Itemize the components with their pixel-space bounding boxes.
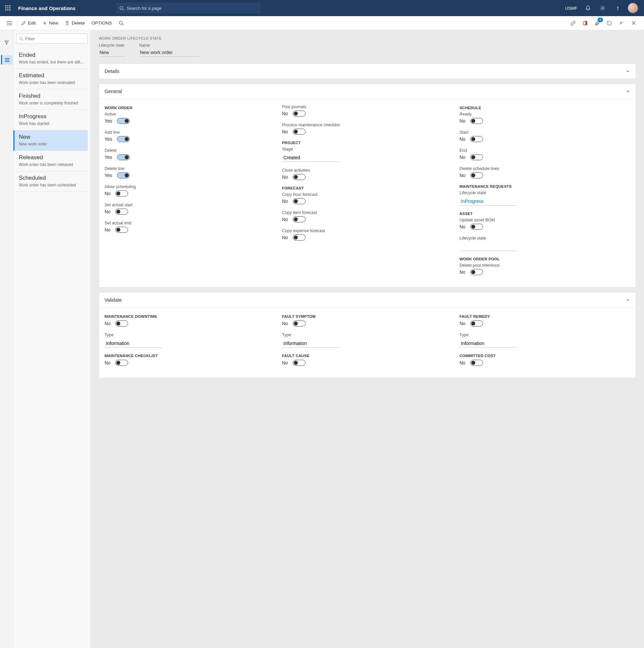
find-button[interactable]: [115, 16, 127, 30]
list-item-title: Released: [19, 154, 85, 161]
list-rail-icon[interactable]: [1, 55, 12, 64]
options-button[interactable]: OPTIONS: [88, 16, 115, 30]
bell-icon[interactable]: [583, 4, 592, 12]
company-code[interactable]: USMF: [565, 6, 577, 11]
attachment-count: 0: [598, 17, 603, 22]
list-item[interactable]: FinishedWork order is completely finishe…: [16, 89, 88, 110]
topbar: Finance and Operations USMF: [0, 0, 644, 16]
process-checklist-toggle[interactable]: [293, 129, 306, 135]
help-icon[interactable]: [613, 4, 622, 12]
lifecycle-state-field: Lifecycle state New: [99, 43, 126, 57]
new-button[interactable]: New: [39, 16, 62, 30]
ready-toggle[interactable]: [470, 118, 483, 124]
avatar[interactable]: [628, 3, 638, 13]
hamburger-icon[interactable]: [7, 21, 12, 26]
list-item-subtitle: Work order has been estimated: [19, 80, 85, 85]
general-header[interactable]: General: [99, 84, 636, 99]
asset-state-input[interactable]: [459, 242, 517, 251]
attachments-icon[interactable]: 0: [594, 19, 601, 27]
svg-rect-6: [5, 9, 6, 10]
list-item[interactable]: EndedWork has ended, but there are still…: [16, 48, 88, 69]
svg-rect-8: [9, 9, 10, 10]
delete-schedule-toggle[interactable]: [470, 172, 483, 178]
delete-pool-toggle[interactable]: [470, 269, 483, 275]
committed-cost-toggle[interactable]: [470, 360, 483, 366]
downtime-type-input[interactable]: [105, 339, 162, 348]
end-toggle[interactable]: [470, 154, 483, 160]
close-activities-toggle[interactable]: [293, 174, 306, 180]
popout-icon[interactable]: [618, 19, 625, 27]
copy-hour-toggle[interactable]: [293, 198, 306, 204]
list-item[interactable]: ScheduledWork order has been scheduled: [16, 171, 88, 192]
delete-toggle[interactable]: [117, 154, 130, 160]
list-item[interactable]: InProgressWork has started: [16, 110, 88, 130]
remedy-type-input[interactable]: [459, 339, 517, 348]
maint-checklist-toggle[interactable]: [115, 360, 128, 366]
refresh-icon[interactable]: [606, 19, 613, 27]
list-item[interactable]: ReleasedWork order has been released: [16, 151, 88, 171]
search-icon: [119, 6, 124, 11]
svg-rect-7: [7, 9, 8, 10]
main-content: WORK ORDER LIFECYCLE STATE Lifecycle sta…: [91, 30, 644, 648]
chevron-up-icon: [626, 298, 630, 302]
svg-rect-1: [7, 5, 8, 6]
update-bom-toggle[interactable]: [470, 224, 483, 230]
list-item-title: InProgress: [19, 113, 85, 120]
name-value[interactable]: New work order: [139, 48, 200, 57]
set-actual-start-toggle[interactable]: [115, 209, 128, 215]
fault-cause-toggle[interactable]: [293, 360, 306, 366]
pencil-icon: [21, 21, 26, 26]
copy-item-toggle[interactable]: [293, 216, 306, 222]
active-toggle[interactable]: [117, 118, 130, 124]
fault-symptom-toggle[interactable]: [293, 320, 306, 327]
maint-downtime-toggle[interactable]: [115, 320, 128, 327]
fault-remedy-toggle[interactable]: [470, 320, 483, 327]
filter-rail-icon[interactable]: [1, 38, 12, 47]
fault-remedy-heading: FAULT REMEDY: [459, 314, 630, 318]
page-caption: WORK ORDER LIFECYCLE STATE: [99, 36, 636, 40]
lifecycle-state-value[interactable]: New: [99, 48, 126, 57]
set-actual-end-toggle[interactable]: [115, 227, 128, 233]
list-item-subtitle: New work order: [19, 142, 85, 146]
office-icon[interactable]: [581, 19, 589, 27]
copy-expense-toggle[interactable]: [293, 234, 306, 241]
search-icon: [19, 37, 23, 41]
svg-rect-2: [9, 5, 10, 6]
edit-button[interactable]: Edit: [18, 16, 39, 30]
stage-input[interactable]: [282, 153, 339, 162]
add-line-toggle[interactable]: [117, 136, 130, 142]
start-toggle[interactable]: [470, 136, 483, 142]
svg-point-9: [120, 6, 123, 9]
forecast-heading: FORECAST: [282, 186, 453, 190]
post-journals-toggle[interactable]: [293, 111, 306, 117]
list-item[interactable]: EstimatedWork order has been estimated: [16, 69, 88, 89]
svg-point-18: [119, 21, 122, 24]
list-item-subtitle: Work order has been scheduled: [19, 183, 85, 187]
global-search-input[interactable]: [127, 6, 257, 11]
link-icon[interactable]: [569, 19, 577, 27]
global-search[interactable]: [116, 3, 260, 13]
filter-box[interactable]: [16, 34, 88, 44]
svg-point-12: [617, 9, 617, 10]
chevron-up-icon: [626, 89, 630, 94]
symptom-type-input[interactable]: [282, 339, 339, 348]
list-item[interactable]: NewNew work order: [13, 130, 88, 151]
list-item-title: New: [19, 134, 85, 140]
close-icon[interactable]: [630, 19, 637, 27]
validate-header[interactable]: Validate: [99, 293, 636, 307]
gear-icon[interactable]: [598, 4, 607, 12]
list-item-title: Estimated: [19, 72, 85, 79]
list-pane: EndedWork has ended, but there are still…: [13, 30, 91, 648]
list-item-title: Scheduled: [19, 175, 85, 181]
filter-input[interactable]: [25, 36, 85, 41]
search-icon: [119, 20, 124, 26]
maint-req-state-input[interactable]: [459, 197, 517, 206]
waffle-icon[interactable]: [3, 3, 13, 13]
plus-icon: [42, 21, 47, 26]
list-item-title: Finished: [19, 93, 85, 99]
delete-button[interactable]: Delete: [62, 16, 88, 30]
details-header[interactable]: Details: [99, 64, 636, 79]
delete-line-toggle[interactable]: [117, 172, 130, 178]
allow-scheduling-toggle[interactable]: [115, 190, 128, 197]
commandbar: Edit New Delete OPTIONS 0: [0, 16, 644, 30]
